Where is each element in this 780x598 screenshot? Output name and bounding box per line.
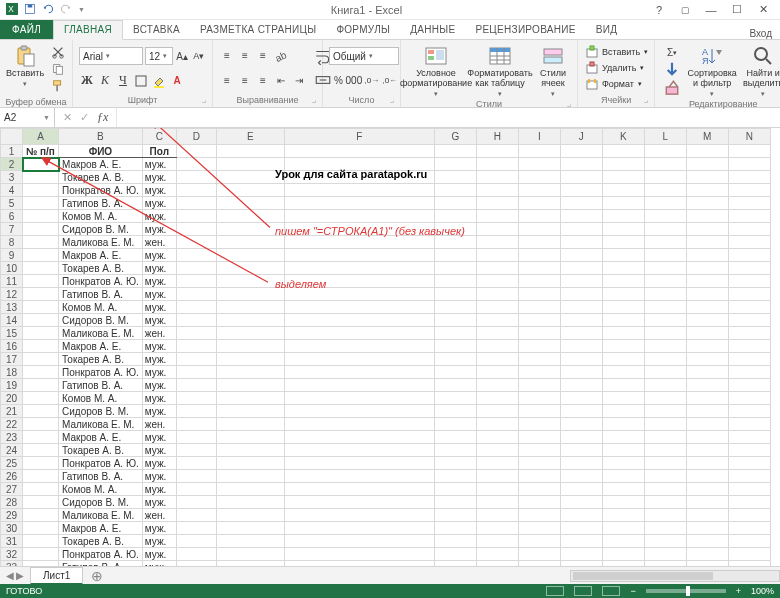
cell[interactable]: Сидоров В. М.: [59, 314, 143, 327]
cell[interactable]: [176, 496, 216, 509]
cell[interactable]: [560, 197, 602, 210]
cell[interactable]: [176, 340, 216, 353]
cell[interactable]: [686, 314, 728, 327]
cell[interactable]: [644, 522, 686, 535]
cell[interactable]: [602, 405, 644, 418]
cell[interactable]: [518, 249, 560, 262]
cell[interactable]: [176, 158, 216, 171]
cell[interactable]: муж.: [142, 483, 176, 496]
cell[interactable]: [284, 405, 434, 418]
cell[interactable]: муж.: [142, 548, 176, 561]
cell[interactable]: [644, 327, 686, 340]
tab-insert[interactable]: ВСТАВКА: [123, 21, 190, 39]
cell[interactable]: [176, 236, 216, 249]
cell[interactable]: муж.: [142, 249, 176, 262]
cell[interactable]: [602, 262, 644, 275]
cell[interactable]: [434, 418, 476, 431]
cell[interactable]: [23, 210, 59, 223]
cell[interactable]: [686, 470, 728, 483]
cell[interactable]: [216, 379, 284, 392]
row-header[interactable]: 12: [1, 288, 23, 301]
cell[interactable]: [176, 210, 216, 223]
cell[interactable]: [644, 509, 686, 522]
cell[interactable]: [434, 327, 476, 340]
cell[interactable]: [176, 470, 216, 483]
cell[interactable]: [686, 145, 728, 158]
cell[interactable]: муж.: [142, 171, 176, 184]
cell[interactable]: [216, 158, 284, 171]
cell[interactable]: [216, 288, 284, 301]
cell[interactable]: [284, 145, 434, 158]
italic-button[interactable]: К: [97, 73, 113, 89]
cell[interactable]: [176, 223, 216, 236]
decrease-decimal-icon[interactable]: ,0←: [382, 73, 398, 89]
row-header[interactable]: 18: [1, 366, 23, 379]
align-right-icon[interactable]: ≡: [255, 72, 271, 88]
cell[interactable]: [518, 145, 560, 158]
font-color-button[interactable]: A: [169, 73, 185, 89]
cell[interactable]: [602, 470, 644, 483]
cell[interactable]: [176, 288, 216, 301]
cell[interactable]: жен.: [142, 327, 176, 340]
cell[interactable]: [686, 223, 728, 236]
cell[interactable]: [476, 535, 518, 548]
cell[interactable]: [518, 457, 560, 470]
cell[interactable]: Макров А. Е.: [59, 522, 143, 535]
cell[interactable]: [434, 249, 476, 262]
cell[interactable]: [644, 236, 686, 249]
cell[interactable]: Комов М. А.: [59, 392, 143, 405]
cell[interactable]: [518, 483, 560, 496]
minimize-icon[interactable]: —: [700, 3, 722, 17]
cell[interactable]: [434, 431, 476, 444]
cell[interactable]: [518, 184, 560, 197]
horizontal-scrollbar[interactable]: [570, 570, 780, 582]
cell[interactable]: [216, 444, 284, 457]
cell[interactable]: [176, 522, 216, 535]
cell[interactable]: [176, 262, 216, 275]
cell[interactable]: [23, 262, 59, 275]
redo-icon[interactable]: [60, 3, 72, 17]
cell[interactable]: Понкратов А. Ю.: [59, 457, 143, 470]
cell[interactable]: [686, 340, 728, 353]
cell[interactable]: [476, 197, 518, 210]
cell[interactable]: [686, 262, 728, 275]
cell[interactable]: [560, 236, 602, 249]
cell[interactable]: [176, 275, 216, 288]
cell[interactable]: [518, 392, 560, 405]
cell[interactable]: Токарев А. В.: [59, 444, 143, 457]
paste-button[interactable]: Вставить ▾: [4, 42, 46, 96]
row-header[interactable]: 20: [1, 392, 23, 405]
increase-font-icon[interactable]: A▴: [175, 48, 190, 64]
column-header[interactable]: N: [728, 129, 770, 145]
cell[interactable]: [216, 535, 284, 548]
decrease-font-icon[interactable]: A▾: [191, 48, 206, 64]
column-header[interactable]: K: [602, 129, 644, 145]
cell[interactable]: [728, 158, 770, 171]
cell[interactable]: [602, 327, 644, 340]
cell[interactable]: [518, 444, 560, 457]
cell[interactable]: [518, 405, 560, 418]
cell[interactable]: [518, 327, 560, 340]
cell[interactable]: Токарев А. В.: [59, 262, 143, 275]
cell[interactable]: [23, 483, 59, 496]
cell[interactable]: [644, 171, 686, 184]
cell[interactable]: Пол: [142, 145, 176, 158]
cell[interactable]: [728, 522, 770, 535]
cell[interactable]: [560, 301, 602, 314]
cell[interactable]: [644, 379, 686, 392]
cell[interactable]: [476, 275, 518, 288]
cell[interactable]: муж.: [142, 470, 176, 483]
cell[interactable]: [602, 496, 644, 509]
sheet-nav-prev-icon[interactable]: ◀: [6, 570, 14, 581]
row-header[interactable]: 19: [1, 379, 23, 392]
cell[interactable]: [560, 262, 602, 275]
cell[interactable]: [686, 184, 728, 197]
cell[interactable]: [518, 535, 560, 548]
cell[interactable]: [602, 353, 644, 366]
cell[interactable]: [728, 184, 770, 197]
cell[interactable]: [476, 483, 518, 496]
cell[interactable]: [560, 275, 602, 288]
cell[interactable]: [476, 418, 518, 431]
cell[interactable]: ФИО: [59, 145, 143, 158]
qat-dropdown-icon[interactable]: ▼: [78, 6, 85, 13]
